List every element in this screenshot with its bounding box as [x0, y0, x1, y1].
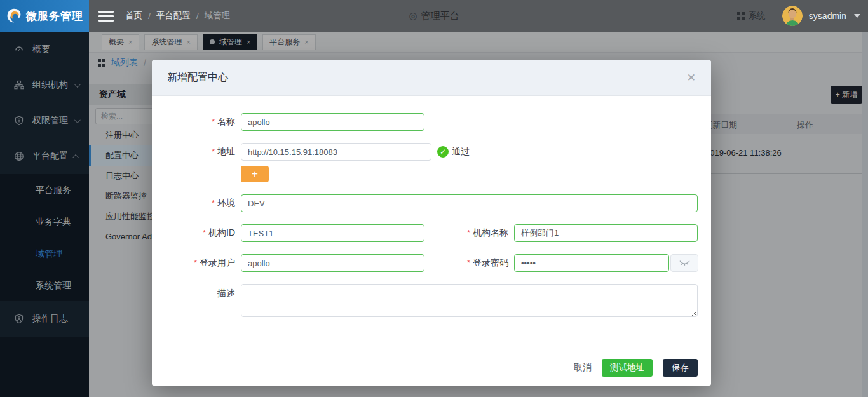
app-logo: 微服务管理: [0, 0, 89, 32]
required-mark: *: [203, 228, 206, 238]
description-field[interactable]: [241, 284, 698, 317]
app-title: 微服务管理: [26, 9, 83, 24]
add-config-center-modal: 新增配置中心 ✕ *名称 *地址 ✓ 通过 + *环境 *机构ID *机构名称 …: [152, 60, 711, 386]
system-label: 系统: [749, 10, 766, 22]
add-address-button[interactable]: +: [241, 166, 269, 182]
breadcrumb: 首页 / 平台配置 / 域管理: [125, 10, 230, 22]
login-password-field[interactable]: [514, 254, 669, 272]
save-button[interactable]: 保存: [663, 359, 698, 377]
address-test-status: 通过: [452, 146, 470, 158]
form-row-org: *机构ID *机构名称: [152, 224, 698, 242]
check-circle-icon: ✓: [437, 146, 449, 158]
header-right: 系统 sysadmin: [737, 6, 860, 26]
env-field[interactable]: [241, 194, 698, 212]
platform-title: ◎ 管理平台: [409, 10, 459, 22]
address-field[interactable]: [241, 143, 431, 161]
breadcrumb-separator: /: [196, 11, 199, 21]
required-mark: *: [194, 258, 197, 267]
required-mark: *: [212, 117, 215, 126]
breadcrumb-separator: /: [148, 11, 151, 21]
platform-title-label: 管理平台: [421, 10, 459, 22]
breadcrumb-section[interactable]: 平台配置: [156, 10, 191, 22]
modal-title: 新增配置中心: [167, 71, 228, 84]
breadcrumb-current: 域管理: [205, 10, 231, 22]
chevron-down-icon[interactable]: [854, 14, 860, 18]
required-mark: *: [212, 147, 215, 156]
modal-footer: 取消 测试地址 保存: [152, 349, 711, 386]
breadcrumb-home[interactable]: 首页: [125, 10, 142, 22]
required-mark: *: [212, 198, 215, 208]
form-row-env: *环境: [152, 194, 698, 212]
grid-icon: [737, 12, 745, 20]
login-user-field[interactable]: [241, 254, 424, 272]
system-menu[interactable]: 系统: [737, 10, 766, 22]
form-row-description: 描述: [152, 284, 698, 317]
description-label: 描述: [152, 284, 235, 299]
avatar[interactable]: [782, 6, 803, 26]
close-icon[interactable]: ✕: [687, 72, 696, 83]
org-id-label: *机构ID: [152, 227, 235, 239]
password-visibility-toggle[interactable]: [670, 254, 698, 272]
eye-closed-icon: [679, 260, 690, 266]
org-name-label: *机构名称: [424, 227, 508, 239]
form-row-name: *名称: [152, 113, 424, 131]
login-password-label: *登录密码: [424, 257, 508, 269]
address-label: *地址: [152, 146, 235, 158]
modal-header: 新增配置中心 ✕: [152, 60, 711, 96]
name-field[interactable]: [241, 113, 424, 131]
cancel-button[interactable]: 取消: [574, 362, 592, 373]
eye-icon: ◎: [409, 10, 417, 22]
org-id-field[interactable]: [241, 224, 424, 242]
test-address-button[interactable]: 测试地址: [602, 359, 653, 377]
env-label: *环境: [152, 198, 235, 209]
app-header: 微服务管理 首页 / 平台配置 / 域管理 ◎ 管理平台 系统: [0, 0, 868, 32]
hamburger-menu-icon[interactable]: [98, 11, 114, 22]
form-row-address: *地址 ✓ 通过: [152, 143, 470, 161]
username-label[interactable]: sysadmin: [809, 11, 846, 21]
logo-swirl-icon: [6, 8, 22, 24]
org-name-field[interactable]: [514, 224, 698, 242]
required-mark: *: [467, 228, 470, 238]
login-user-label: *登录用户: [152, 257, 235, 269]
form-row-login: *登录用户 *登录密码: [152, 254, 698, 272]
name-label: *名称: [152, 116, 235, 128]
required-mark: *: [467, 258, 470, 267]
